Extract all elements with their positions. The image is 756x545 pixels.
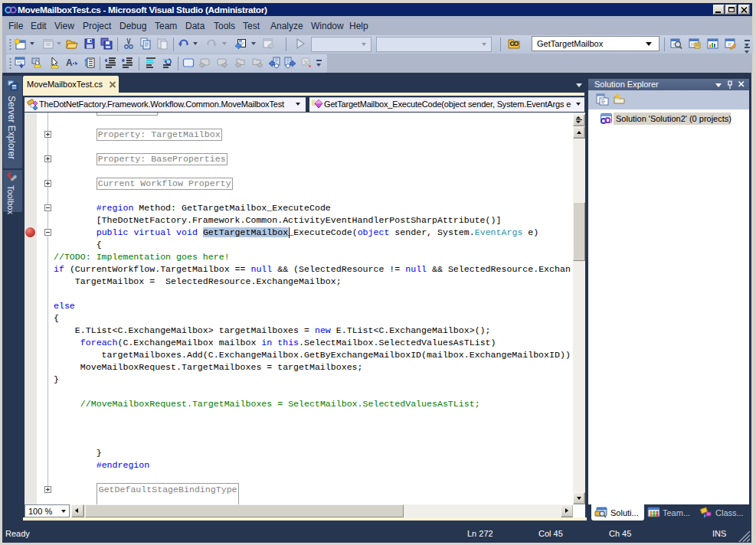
svg-text:A: A — [66, 57, 73, 68]
